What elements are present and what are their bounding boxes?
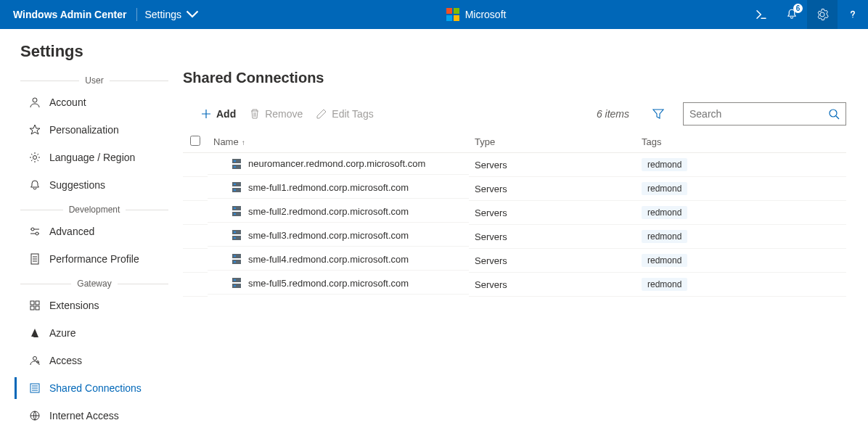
connection-name: sme-full2.redmond.corp.microsoft.com xyxy=(248,206,409,217)
tag-chip[interactable]: redmond xyxy=(642,254,687,267)
sidebar-item-perf[interactable]: Performance Profile xyxy=(15,245,174,273)
notification-badge: 6 xyxy=(793,4,803,13)
notifications-button[interactable]: 6 xyxy=(777,0,807,29)
content-heading: Shared Connections xyxy=(183,70,846,86)
pencil-icon xyxy=(316,108,327,120)
cell-name: neuromancer.redmond.corp.microsoft.com xyxy=(208,153,469,175)
microsoft-logo-icon xyxy=(446,8,459,21)
tag-chip[interactable]: redmond xyxy=(642,230,687,243)
cell-type: Servers xyxy=(469,177,636,201)
svg-rect-8 xyxy=(36,306,39,310)
cell-type: Servers xyxy=(469,201,636,225)
sidebar-item-label: Personalization xyxy=(49,124,119,136)
settings-button[interactable] xyxy=(807,0,838,29)
cell-name: sme-full4.redmond.corp.microsoft.com xyxy=(208,249,469,271)
app-title[interactable]: Windows Admin Center xyxy=(0,9,136,20)
page-dropdown[interactable]: Settings xyxy=(137,8,206,21)
sidebar-item-account[interactable]: Account xyxy=(15,89,174,116)
svg-rect-5 xyxy=(30,301,34,305)
sidebar-item-shared[interactable]: Shared Connections xyxy=(15,374,174,402)
bell-icon xyxy=(29,179,41,191)
table-row[interactable]: sme-full3.redmond.corp.microsoft.comServ… xyxy=(183,225,846,249)
table-row[interactable]: neuromancer.redmond.corp.microsoft.comSe… xyxy=(183,153,846,177)
powershell-button[interactable] xyxy=(746,0,777,29)
sidebar-item-personalization[interactable]: Personalization xyxy=(15,116,174,144)
table-row[interactable]: sme-full2.redmond.corp.microsoft.comServ… xyxy=(183,201,846,225)
server-icon xyxy=(232,206,241,216)
cell-name: sme-full3.redmond.corp.microsoft.com xyxy=(208,225,469,247)
sidenav: UserAccountPersonalizationLanguage / Reg… xyxy=(0,65,174,428)
person-icon xyxy=(29,96,41,108)
cell-tags: redmond xyxy=(636,153,846,177)
add-button[interactable]: Add xyxy=(200,108,236,120)
sidebar-item-label: Advanced xyxy=(49,226,94,237)
cell-tags: redmond xyxy=(636,201,846,225)
column-header-tags[interactable]: Tags xyxy=(636,131,846,153)
connection-name: neuromancer.redmond.corp.microsoft.com xyxy=(248,158,425,169)
sidebar-item-advanced[interactable]: Advanced xyxy=(15,218,174,245)
cell-name: sme-full5.redmond.corp.microsoft.com xyxy=(208,273,469,295)
table-row[interactable]: sme-full5.redmond.corp.microsoft.comServ… xyxy=(183,273,846,297)
cell-tags: redmond xyxy=(636,273,846,297)
svg-rect-7 xyxy=(30,306,34,310)
add-button-label: Add xyxy=(216,108,236,120)
filter-button[interactable] xyxy=(647,102,670,125)
sidebar-item-internet[interactable]: Internet Access xyxy=(15,402,174,428)
item-count: 6 items xyxy=(597,108,629,120)
svg-rect-6 xyxy=(36,301,39,305)
list-icon xyxy=(29,382,41,394)
sidebar-item-azure[interactable]: Azure xyxy=(15,319,174,347)
cell-type: Servers xyxy=(469,225,636,249)
cell-name: sme-full2.redmond.corp.microsoft.com xyxy=(208,201,469,223)
connection-name: sme-full4.redmond.corp.microsoft.com xyxy=(248,254,409,265)
tag-chip[interactable]: redmond xyxy=(642,182,687,195)
sidebar-item-label: Language / Region xyxy=(49,152,135,163)
gear-icon xyxy=(29,152,41,163)
document-icon xyxy=(29,253,41,265)
cell-name: sme-full1.redmond.corp.microsoft.com xyxy=(208,177,469,199)
azure-icon xyxy=(29,327,41,339)
tag-chip[interactable]: redmond xyxy=(642,206,687,219)
sidebar-item-language[interactable]: Language / Region xyxy=(15,144,174,171)
chevron-down-icon xyxy=(186,8,199,21)
svg-point-9 xyxy=(33,357,37,361)
page-dropdown-label: Settings xyxy=(144,9,181,20)
content-pane: Shared Connections Add Remove Edit Tags xyxy=(174,65,868,428)
search-icon xyxy=(828,108,840,120)
edit-tags-button[interactable]: Edit Tags xyxy=(316,108,373,120)
help-button[interactable] xyxy=(838,0,868,29)
edit-tags-button-label: Edit Tags xyxy=(332,108,373,120)
sidebar-item-label: Performance Profile xyxy=(49,253,139,265)
cell-tags: redmond xyxy=(636,249,846,273)
search-input[interactable] xyxy=(689,108,824,120)
tag-chip[interactable]: redmond xyxy=(642,158,687,171)
plus-icon xyxy=(200,108,212,120)
sidebar-item-label: Extensions xyxy=(49,300,99,311)
table-row[interactable]: sme-full4.redmond.corp.microsoft.comServ… xyxy=(183,249,846,273)
sidebar-item-extensions[interactable]: Extensions xyxy=(15,292,174,319)
cell-tags: redmond xyxy=(636,225,846,249)
sidebar-item-label: Shared Connections xyxy=(49,382,142,394)
search-box[interactable] xyxy=(683,102,846,125)
svg-point-3 xyxy=(36,232,38,235)
column-header-name[interactable]: Name↑ xyxy=(208,131,469,153)
sort-asc-icon: ↑ xyxy=(242,139,245,147)
page-title: Settings xyxy=(0,29,868,65)
sidebar-item-label: Suggestions xyxy=(49,179,105,191)
table-row[interactable]: sme-full1.redmond.corp.microsoft.comServ… xyxy=(183,177,846,201)
connections-table: Name↑ Type Tags neuromancer.redmond.corp… xyxy=(183,131,846,297)
select-all-checkbox[interactable] xyxy=(190,136,200,146)
cell-type: Servers xyxy=(469,273,636,297)
remove-button-label: Remove xyxy=(265,108,303,120)
remove-button[interactable]: Remove xyxy=(249,108,303,120)
svg-point-13 xyxy=(830,110,837,117)
brand-text: Microsoft xyxy=(465,9,507,20)
sidebar-item-access[interactable]: Access xyxy=(15,347,174,374)
sidebar-item-label: Account xyxy=(49,96,86,108)
tag-chip[interactable]: redmond xyxy=(642,278,687,291)
sidebar-item-label: Access xyxy=(49,355,82,366)
connection-name: sme-full1.redmond.corp.microsoft.com xyxy=(248,182,409,193)
column-header-type[interactable]: Type xyxy=(469,131,636,153)
sidebar-item-suggestions[interactable]: Suggestions xyxy=(15,171,174,199)
brand: Microsoft xyxy=(206,8,746,21)
